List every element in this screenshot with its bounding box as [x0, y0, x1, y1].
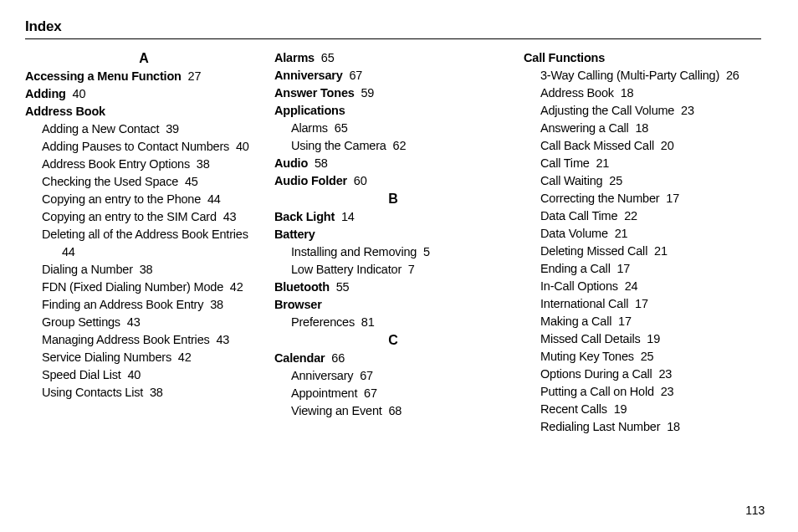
index-columns: AAccessing a Menu Function 27Adding 40Ad… — [25, 49, 761, 436]
index-entry-label: Bluetooth — [274, 280, 330, 294]
index-entry-label: Using Contacts List — [42, 386, 143, 399]
index-entry-label: Alarms — [274, 51, 315, 64]
index-subentry: Options During a Call 23 — [540, 366, 761, 383]
index-entry-page: 17 — [635, 297, 648, 310]
index-entry-page: 59 — [361, 86, 374, 100]
index-entry: Alarms 65 — [274, 49, 512, 67]
index-entry-page: 18 — [621, 86, 634, 100]
index-entry: Call Functions — [524, 49, 761, 67]
index-entry-label: Ending a Call — [540, 262, 611, 275]
index-entry-page: 67 — [360, 369, 373, 382]
index-entry-label: Preferences — [291, 315, 355, 329]
index-entry-page: 23 — [681, 104, 694, 117]
index-entry-page: 43 — [127, 315, 141, 329]
index-entry-page: 42 — [230, 280, 243, 294]
index-subentry: Checking the Used Space 45 — [42, 173, 263, 191]
index-entry-page: 20 — [661, 139, 674, 152]
index-entry-page: 39 — [166, 122, 179, 136]
index-entry-page: 38 — [197, 157, 210, 171]
index-letter: B — [274, 192, 512, 207]
index-subentry: Putting a Call on Hold 23 — [540, 383, 761, 401]
index-entry-label: Adding a New Contact — [42, 122, 159, 136]
index-entry-label: Call Time — [540, 156, 590, 170]
index-entry-label: Battery — [274, 228, 315, 241]
index-entry-page: 67 — [364, 386, 377, 400]
index-entry-page: 42 — [178, 350, 192, 364]
index-entry-label: Address Book — [540, 86, 614, 100]
index-entry-page: 25 — [641, 350, 654, 363]
index-subentry: Redialing Last Number 18 — [540, 418, 761, 436]
index-entry-label: Anniversary — [274, 69, 343, 82]
index-entry-page: 81 — [361, 315, 375, 329]
index-entry-page: 23 — [661, 385, 674, 398]
index-entry-page: 5 — [423, 245, 430, 258]
index-entry-label: Applications — [274, 104, 345, 117]
index-entry-label: Address Book Entry Options — [42, 157, 190, 171]
index-subentry: Managing Address Book Entries 43 — [42, 331, 263, 349]
index-entry-page: 24 — [625, 279, 638, 293]
index-entry-label: Managing Address Book Entries — [42, 333, 210, 346]
index-entry-label: Using the Camera — [291, 139, 386, 152]
index-subentry: Recent Calls 19 — [540, 401, 761, 418]
index-entry-page: 38 — [150, 386, 163, 399]
index-entry-label: Anniversary — [291, 369, 353, 382]
index-subentry: Finding an Address Book Entry 38 — [42, 296, 263, 314]
index-entry-label: Audio Folder — [274, 174, 347, 187]
index-entry: Answer Tones 59 — [274, 84, 512, 102]
index-entry-page: 21 — [596, 156, 609, 170]
index-subentry: Viewing an Event 68 — [291, 402, 512, 420]
index-entry-label: Putting a Call on Hold — [540, 385, 654, 398]
index-entry-page: 21 — [615, 227, 628, 240]
index-subentry: Correcting the Number 17 — [540, 190, 761, 207]
index-entry-label: Call Waiting — [540, 174, 602, 187]
index-entry-page: 40 — [73, 87, 86, 100]
index-entry-label: Making a Call — [540, 315, 611, 328]
index-entry-page: 44 — [62, 245, 75, 258]
index-entry: Back Light 14 — [274, 208, 512, 226]
index-entry-label: Adding Pauses to Contact Numbers — [42, 140, 229, 153]
index-entry-label: Appointment — [291, 386, 357, 400]
index-subentry: Missed Call Details 19 — [540, 330, 761, 348]
index-entry-label: International Call — [540, 297, 628, 310]
index-entry-page: 43 — [223, 210, 237, 223]
index-entry-page: 60 — [354, 174, 367, 187]
index-entry-label: Finding an Address Book Entry — [42, 298, 203, 311]
index-column-2: Alarms 65Anniversary 67Answer Tones 59Ap… — [274, 49, 512, 436]
index-subentry: Data Call Time 22 — [540, 207, 761, 225]
page-number: 113 — [745, 504, 765, 517]
index-entry-label: Data Volume — [540, 227, 608, 240]
index-entry-page: 67 — [349, 69, 362, 82]
index-subentry: Dialing a Number 38 — [42, 261, 263, 279]
index-entry: Battery — [274, 226, 512, 243]
index-entry-label: Answering a Call — [540, 121, 629, 135]
index-subentry: Service Dialing Numbers 42 — [42, 349, 263, 366]
index-entry-label: Viewing an Event — [291, 404, 382, 417]
index-entry-label: Adjusting the Call Volume — [540, 104, 674, 117]
index-subentry: Low Battery Indicator 7 — [291, 261, 512, 279]
index-entry-label: Adding — [25, 87, 66, 100]
index-entry-page: 18 — [635, 121, 648, 135]
index-subentry: Muting Key Tones 25 — [540, 348, 761, 366]
index-entry-label: Copying an entry to the Phone — [42, 192, 201, 206]
index-subentry: Address Book Entry Options 38 — [42, 156, 263, 173]
index-entry: Applications — [274, 102, 512, 120]
index-entry: Audio 58 — [274, 155, 512, 172]
index-entry-label: Correcting the Number — [540, 192, 659, 205]
index-subentry: Answering a Call 18 — [540, 120, 761, 137]
index-subentry: Group Settings 43 — [42, 314, 263, 331]
index-column-3: Call Functions3-Way Calling (Multi-Party… — [524, 49, 761, 436]
index-subentry: 3-Way Calling (Multi-Party Calling) 26 — [540, 67, 761, 84]
index-entry-page: 19 — [647, 332, 660, 345]
index-entry: Audio Folder 60 — [274, 172, 512, 190]
index-subentry: Making a Call 17 — [540, 313, 761, 330]
index-entry-page: 17 — [618, 315, 632, 328]
index-entry-page: 43 — [216, 333, 229, 346]
index-subentry: Installing and Removing 5 — [291, 243, 512, 261]
index-entry: Accessing a Menu Function 27 — [25, 68, 263, 85]
index-entry-page: 14 — [341, 210, 355, 223]
index-entry: Bluetooth 55 — [274, 279, 512, 296]
index-entry: Address Book — [25, 103, 263, 120]
index-entry-label: Dialing a Number — [42, 263, 133, 276]
index-entry-label: Alarms — [291, 121, 328, 135]
index-entry-label: Options During a Call — [540, 367, 652, 381]
